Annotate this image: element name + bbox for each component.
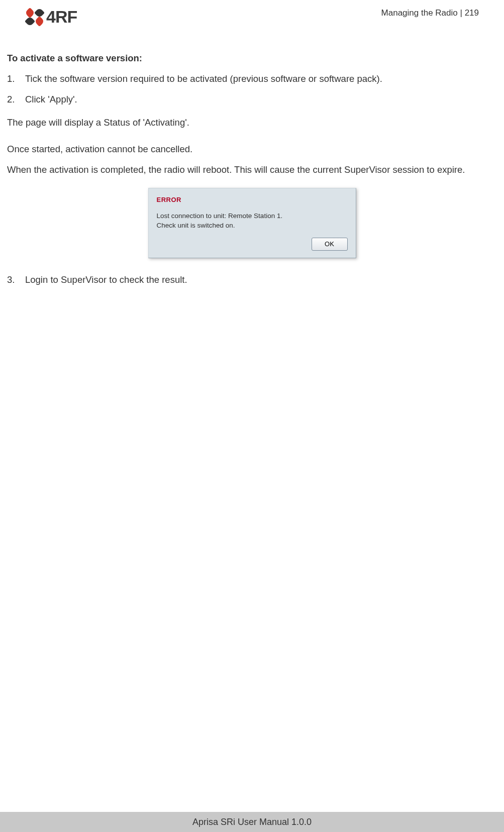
- section-name: Managing the Radio: [381, 8, 458, 18]
- error-message: Lost connection to unit: Remote Station …: [157, 211, 348, 231]
- step-row: 3. Login to SuperVisor to check the resu…: [7, 273, 497, 287]
- separator: |: [458, 8, 465, 18]
- step-number: 2.: [7, 93, 25, 107]
- step-row: 1. Tick the software version required to…: [7, 72, 497, 86]
- logo-text: 4RF: [46, 7, 77, 27]
- page-number: 219: [465, 8, 479, 18]
- paragraph: Once started, activation cannot be cance…: [7, 143, 497, 156]
- ok-button[interactable]: OK: [312, 238, 348, 251]
- page-content: To activate a software version: 1. Tick …: [0, 27, 504, 287]
- header-breadcrumb: Managing the Radio | 219: [381, 7, 479, 18]
- error-dialog: ERROR Lost connection to unit: Remote St…: [148, 188, 356, 258]
- error-label: ERROR: [157, 195, 348, 205]
- step-number: 1.: [7, 72, 25, 86]
- dialog-figure: ERROR Lost connection to unit: Remote St…: [7, 188, 497, 258]
- step-text: Click 'Apply'.: [25, 93, 77, 107]
- error-line: Lost connection to unit: Remote Station …: [157, 212, 283, 220]
- paragraph: The page will display a Status of 'Activ…: [7, 116, 497, 130]
- step-text: Tick the software version required to be…: [25, 72, 382, 86]
- step-number: 3.: [7, 273, 25, 287]
- step-row: 2. Click 'Apply'.: [7, 93, 497, 107]
- logo-icon: [25, 8, 44, 26]
- page-footer: Aprisa SRi User Manual 1.0.0: [0, 812, 504, 832]
- step-text: Login to SuperVisor to check the result.: [25, 273, 187, 287]
- page-header: 4RF Managing the Radio | 219: [0, 0, 504, 27]
- section-heading: To activate a software version:: [7, 52, 497, 65]
- logo: 4RF: [25, 7, 77, 27]
- error-line: Check unit is switched on.: [157, 222, 235, 229]
- paragraph: When the activation is completed, the ra…: [7, 163, 497, 177]
- footer-text: Aprisa SRi User Manual 1.0.0: [192, 817, 312, 827]
